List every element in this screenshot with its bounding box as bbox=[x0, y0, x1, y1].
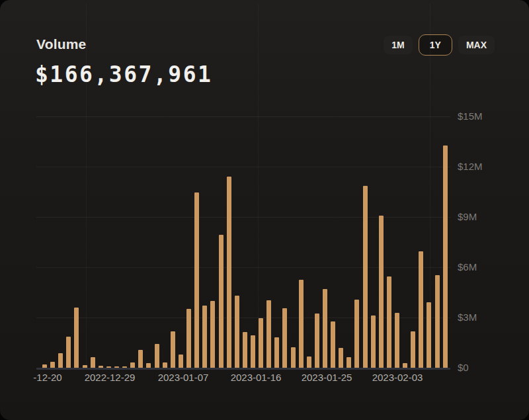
volume-bar[interactable] bbox=[387, 276, 391, 368]
volume-bar[interactable] bbox=[371, 315, 376, 368]
y-axis-label: $15M bbox=[458, 110, 483, 122]
volume-bar[interactable] bbox=[435, 275, 440, 368]
horizontal-gridline bbox=[36, 267, 450, 268]
volume-bar[interactable] bbox=[379, 216, 384, 368]
volume-bar[interactable] bbox=[227, 177, 231, 368]
volume-bar[interactable] bbox=[259, 318, 263, 368]
volume-value: $166,367,961 bbox=[35, 62, 212, 87]
volume-bar[interactable] bbox=[202, 306, 207, 368]
volume-bar[interactable] bbox=[307, 357, 311, 368]
volume-bar[interactable] bbox=[291, 347, 296, 368]
volume-bar[interactable] bbox=[323, 289, 327, 368]
volume-bar[interactable] bbox=[251, 335, 255, 368]
volume-bar[interactable] bbox=[274, 337, 279, 368]
volume-bar[interactable] bbox=[163, 362, 167, 368]
volume-bar[interactable] bbox=[427, 302, 431, 368]
volume-bar[interactable] bbox=[403, 363, 407, 368]
volume-bar[interactable] bbox=[58, 353, 63, 368]
y-axis-label: $0 bbox=[458, 362, 469, 374]
volume-bar[interactable] bbox=[130, 362, 135, 368]
vertical-gridline bbox=[86, 4, 87, 368]
volume-bar[interactable] bbox=[282, 308, 287, 368]
volume-bar[interactable] bbox=[354, 300, 359, 368]
volume-bar[interactable] bbox=[74, 308, 79, 368]
volume-bar[interactable] bbox=[155, 344, 159, 368]
volume-bar[interactable] bbox=[266, 300, 271, 368]
y-axis-label: $6M bbox=[458, 261, 477, 273]
volume-bar[interactable] bbox=[235, 296, 239, 368]
volume-bar[interactable] bbox=[138, 350, 143, 368]
volume-bar[interactable] bbox=[443, 146, 448, 368]
volume-bar[interactable] bbox=[66, 337, 71, 368]
horizontal-gridline bbox=[36, 116, 450, 117]
volume-bar[interactable] bbox=[219, 235, 224, 368]
range-button-1m[interactable]: 1M bbox=[384, 36, 412, 54]
y-axis-label: $12M bbox=[458, 161, 483, 173]
x-axis-label: 2023-02-03 bbox=[358, 372, 437, 384]
vertical-gridline bbox=[258, 4, 259, 368]
volume-bar[interactable] bbox=[339, 348, 343, 368]
volume-bar[interactable] bbox=[171, 331, 175, 368]
volume-bar[interactable] bbox=[331, 321, 335, 368]
volume-bar[interactable] bbox=[395, 313, 399, 368]
volume-bar[interactable] bbox=[411, 331, 415, 368]
range-selector: 1M 1Y MAX bbox=[384, 34, 495, 56]
volume-bar[interactable] bbox=[419, 251, 423, 368]
volume-bar[interactable] bbox=[50, 362, 55, 368]
x-axis-label: 2023-01-07 bbox=[143, 372, 223, 384]
volume-bar[interactable] bbox=[315, 314, 319, 368]
volume-bar[interactable] bbox=[91, 357, 95, 368]
horizontal-gridline bbox=[36, 167, 450, 167]
volume-bar[interactable] bbox=[179, 355, 183, 368]
x-axis-baseline bbox=[36, 368, 450, 370]
horizontal-gridline bbox=[36, 217, 450, 218]
volume-bar[interactable] bbox=[346, 357, 351, 368]
volume-label: Volume bbox=[36, 36, 87, 52]
x-axis-label: 2022-12-29 bbox=[70, 372, 149, 384]
volume-bar[interactable] bbox=[186, 309, 191, 368]
y-axis-label: $3M bbox=[458, 312, 477, 323]
y-axis-label: $9M bbox=[458, 211, 477, 223]
volume-bar[interactable] bbox=[146, 363, 151, 368]
volume-bar[interactable] bbox=[194, 192, 199, 368]
volume-bar[interactable] bbox=[243, 332, 247, 368]
volume-card: Volume $166,367,961 1M 1Y MAX $15M$12M$9… bbox=[0, 0, 529, 420]
x-axis-label: 2023-01-25 bbox=[287, 372, 366, 384]
x-axis-label: 2023-01-16 bbox=[216, 372, 296, 384]
volume-bar[interactable] bbox=[210, 301, 215, 368]
volume-bar[interactable] bbox=[363, 186, 368, 368]
volume-bar[interactable] bbox=[299, 280, 304, 368]
range-button-max[interactable]: MAX bbox=[458, 36, 495, 54]
range-button-1y[interactable]: 1Y bbox=[419, 34, 452, 56]
